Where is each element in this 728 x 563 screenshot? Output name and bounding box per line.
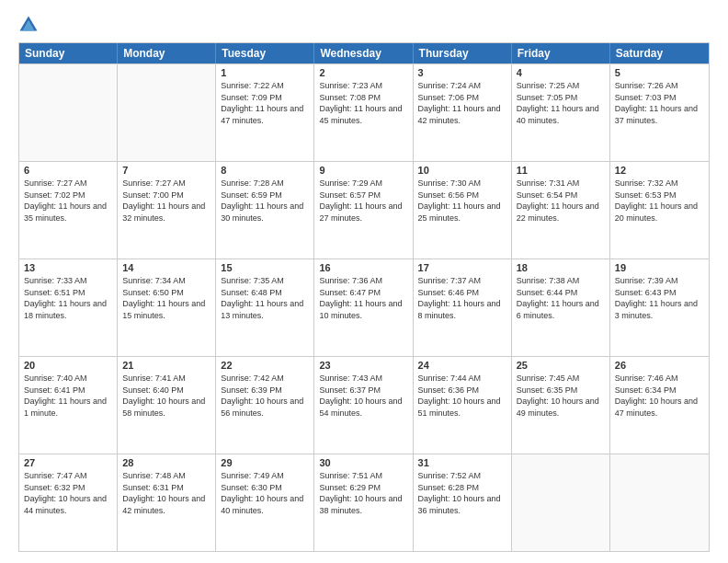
calendar-cell: 2Sunrise: 7:23 AM Sunset: 7:08 PM Daylig…	[314, 64, 413, 161]
cell-content: Sunrise: 7:31 AM Sunset: 6:54 PM Dayligh…	[517, 178, 605, 224]
calendar-cell: 1Sunrise: 7:22 AM Sunset: 7:09 PM Daylig…	[216, 64, 314, 161]
calendar-day-header: Tuesday	[216, 43, 314, 63]
calendar-header: SundayMondayTuesdayWednesdayThursdayFrid…	[19, 43, 709, 63]
calendar-week: 20Sunrise: 7:40 AM Sunset: 6:41 PM Dayli…	[19, 356, 709, 454]
day-number: 3	[418, 67, 506, 78]
day-number: 29	[221, 457, 309, 468]
day-number: 1	[221, 67, 309, 78]
calendar-cell: 16Sunrise: 7:36 AM Sunset: 6:47 PM Dayli…	[314, 259, 413, 356]
day-number: 16	[319, 262, 407, 273]
calendar-cell: 30Sunrise: 7:51 AM Sunset: 6:29 PM Dayli…	[314, 454, 413, 551]
calendar-day-header: Saturday	[610, 43, 709, 63]
calendar-cell: 26Sunrise: 7:46 AM Sunset: 6:34 PM Dayli…	[610, 357, 709, 454]
cell-content: Sunrise: 7:48 AM Sunset: 6:31 PM Dayligh…	[122, 470, 210, 516]
calendar-week: 27Sunrise: 7:47 AM Sunset: 6:32 PM Dayli…	[19, 454, 709, 551]
day-number: 15	[221, 262, 309, 273]
calendar-cell: 4Sunrise: 7:25 AM Sunset: 7:05 PM Daylig…	[512, 64, 610, 161]
calendar-cell: 21Sunrise: 7:41 AM Sunset: 6:40 PM Dayli…	[118, 357, 216, 454]
cell-content: Sunrise: 7:28 AM Sunset: 6:59 PM Dayligh…	[221, 178, 309, 224]
calendar-cell	[118, 64, 216, 161]
calendar-cell: 8Sunrise: 7:28 AM Sunset: 6:59 PM Daylig…	[216, 162, 314, 259]
cell-content: Sunrise: 7:38 AM Sunset: 6:44 PM Dayligh…	[517, 275, 605, 321]
calendar-cell: 22Sunrise: 7:42 AM Sunset: 6:39 PM Dayli…	[216, 357, 314, 454]
calendar-cell	[512, 454, 610, 551]
day-number: 19	[615, 262, 704, 273]
day-number: 27	[24, 457, 112, 468]
day-number: 31	[418, 457, 506, 468]
cell-content: Sunrise: 7:41 AM Sunset: 6:40 PM Dayligh…	[122, 373, 210, 419]
day-number: 23	[319, 360, 407, 371]
calendar-week: 1Sunrise: 7:22 AM Sunset: 7:09 PM Daylig…	[19, 63, 709, 161]
calendar-day-header: Sunday	[19, 43, 118, 63]
calendar-cell: 11Sunrise: 7:31 AM Sunset: 6:54 PM Dayli…	[512, 162, 610, 259]
calendar-cell: 17Sunrise: 7:37 AM Sunset: 6:46 PM Dayli…	[414, 259, 512, 356]
cell-content: Sunrise: 7:40 AM Sunset: 6:41 PM Dayligh…	[24, 373, 112, 419]
day-number: 4	[517, 67, 605, 78]
day-number: 7	[122, 165, 210, 176]
cell-content: Sunrise: 7:51 AM Sunset: 6:29 PM Dayligh…	[319, 470, 407, 516]
calendar-cell: 12Sunrise: 7:32 AM Sunset: 6:53 PM Dayli…	[610, 162, 709, 259]
cell-content: Sunrise: 7:24 AM Sunset: 7:06 PM Dayligh…	[418, 80, 506, 126]
cell-content: Sunrise: 7:37 AM Sunset: 6:46 PM Dayligh…	[418, 275, 506, 321]
day-number: 24	[418, 360, 506, 371]
calendar-day-header: Wednesday	[314, 43, 413, 63]
cell-content: Sunrise: 7:47 AM Sunset: 6:32 PM Dayligh…	[24, 470, 112, 516]
calendar-cell: 6Sunrise: 7:27 AM Sunset: 7:02 PM Daylig…	[19, 162, 118, 259]
calendar-cell: 7Sunrise: 7:27 AM Sunset: 7:00 PM Daylig…	[118, 162, 216, 259]
calendar-week: 6Sunrise: 7:27 AM Sunset: 7:02 PM Daylig…	[19, 161, 709, 259]
calendar-cell	[610, 454, 709, 551]
calendar-cell: 24Sunrise: 7:44 AM Sunset: 6:36 PM Dayli…	[414, 357, 512, 454]
calendar: SundayMondayTuesdayWednesdayThursdayFrid…	[18, 42, 710, 552]
cell-content: Sunrise: 7:32 AM Sunset: 6:53 PM Dayligh…	[615, 178, 704, 224]
calendar-cell: 15Sunrise: 7:35 AM Sunset: 6:48 PM Dayli…	[216, 259, 314, 356]
day-number: 28	[122, 457, 210, 468]
cell-content: Sunrise: 7:49 AM Sunset: 6:30 PM Dayligh…	[221, 470, 309, 516]
cell-content: Sunrise: 7:35 AM Sunset: 6:48 PM Dayligh…	[221, 275, 309, 321]
cell-content: Sunrise: 7:26 AM Sunset: 7:03 PM Dayligh…	[615, 80, 704, 126]
cell-content: Sunrise: 7:27 AM Sunset: 7:00 PM Dayligh…	[122, 178, 210, 224]
calendar-cell: 19Sunrise: 7:39 AM Sunset: 6:43 PM Dayli…	[610, 259, 709, 356]
cell-content: Sunrise: 7:30 AM Sunset: 6:56 PM Dayligh…	[418, 178, 506, 224]
calendar-day-header: Friday	[512, 43, 610, 63]
cell-content: Sunrise: 7:44 AM Sunset: 6:36 PM Dayligh…	[418, 373, 506, 419]
cell-content: Sunrise: 7:36 AM Sunset: 6:47 PM Dayligh…	[319, 275, 407, 321]
cell-content: Sunrise: 7:25 AM Sunset: 7:05 PM Dayligh…	[517, 80, 605, 126]
day-number: 22	[221, 360, 309, 371]
logo	[18, 15, 42, 35]
cell-content: Sunrise: 7:45 AM Sunset: 6:35 PM Dayligh…	[517, 373, 605, 419]
day-number: 25	[517, 360, 605, 371]
day-number: 9	[319, 165, 407, 176]
cell-content: Sunrise: 7:33 AM Sunset: 6:51 PM Dayligh…	[24, 275, 112, 321]
day-number: 2	[319, 67, 407, 78]
calendar-cell: 18Sunrise: 7:38 AM Sunset: 6:44 PM Dayli…	[512, 259, 610, 356]
calendar-cell: 10Sunrise: 7:30 AM Sunset: 6:56 PM Dayli…	[414, 162, 512, 259]
calendar-cell: 9Sunrise: 7:29 AM Sunset: 6:57 PM Daylig…	[314, 162, 413, 259]
day-number: 13	[24, 262, 112, 273]
header	[18, 15, 710, 35]
cell-content: Sunrise: 7:23 AM Sunset: 7:08 PM Dayligh…	[319, 80, 407, 126]
day-number: 26	[615, 360, 704, 371]
calendar-day-header: Thursday	[414, 43, 512, 63]
day-number: 5	[615, 67, 704, 78]
day-number: 10	[418, 165, 506, 176]
cell-content: Sunrise: 7:52 AM Sunset: 6:28 PM Dayligh…	[418, 470, 506, 516]
calendar-body: 1Sunrise: 7:22 AM Sunset: 7:09 PM Daylig…	[19, 63, 709, 551]
calendar-week: 13Sunrise: 7:33 AM Sunset: 6:51 PM Dayli…	[19, 259, 709, 356]
calendar-cell: 14Sunrise: 7:34 AM Sunset: 6:50 PM Dayli…	[118, 259, 216, 356]
cell-content: Sunrise: 7:43 AM Sunset: 6:37 PM Dayligh…	[319, 373, 407, 419]
cell-content: Sunrise: 7:27 AM Sunset: 7:02 PM Dayligh…	[24, 178, 112, 224]
cell-content: Sunrise: 7:22 AM Sunset: 7:09 PM Dayligh…	[221, 80, 309, 126]
day-number: 14	[122, 262, 210, 273]
day-number: 17	[418, 262, 506, 273]
cell-content: Sunrise: 7:34 AM Sunset: 6:50 PM Dayligh…	[122, 275, 210, 321]
day-number: 30	[319, 457, 407, 468]
calendar-cell: 25Sunrise: 7:45 AM Sunset: 6:35 PM Dayli…	[512, 357, 610, 454]
calendar-cell: 29Sunrise: 7:49 AM Sunset: 6:30 PM Dayli…	[216, 454, 314, 551]
day-number: 11	[517, 165, 605, 176]
day-number: 6	[24, 165, 112, 176]
calendar-cell: 13Sunrise: 7:33 AM Sunset: 6:51 PM Dayli…	[19, 259, 118, 356]
calendar-cell: 3Sunrise: 7:24 AM Sunset: 7:06 PM Daylig…	[414, 64, 512, 161]
day-number: 21	[122, 360, 210, 371]
calendar-cell: 31Sunrise: 7:52 AM Sunset: 6:28 PM Dayli…	[414, 454, 512, 551]
day-number: 18	[517, 262, 605, 273]
